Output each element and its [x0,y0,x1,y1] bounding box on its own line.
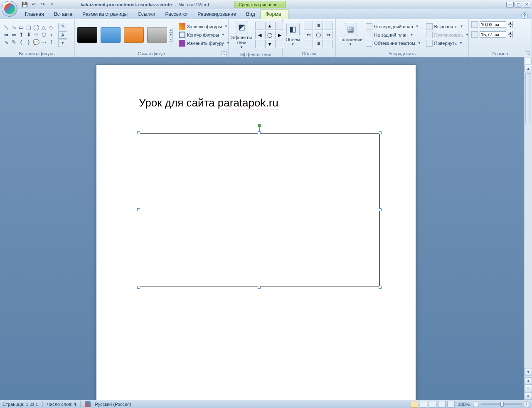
qat-dropdown-icon[interactable]: ▼ [48,1,56,8]
vertical-scrollbar[interactable]: ▲ ▼ ● ≡ ≡ [524,57,532,400]
zoom-in-icon[interactable]: + [524,401,530,407]
close-button[interactable]: ✕ [523,2,530,7]
shape-larrow-icon[interactable]: ⬅ [10,31,17,39]
shape-outline-button[interactable]: Контур фигуры▼ [177,31,232,39]
shape-brace-icon[interactable]: { [17,39,25,46]
document-area[interactable]: Урок для сайта paratapok.ru [0,57,524,400]
3d-effects-button[interactable]: ◧ Объем ▼ [285,23,300,47]
web-layout-view-icon[interactable] [429,401,436,408]
shape-height-input[interactable] [480,21,506,28]
scroll-down-icon[interactable]: ▼ [525,368,532,376]
zoom-thumb[interactable] [500,402,504,407]
style-swatch-black[interactable] [77,27,97,43]
document-text[interactable]: Урок для сайта paratapok.ru [139,96,278,109]
tab-review[interactable]: Рецензирование [192,10,241,19]
rectangle-shape[interactable] [139,133,380,287]
send-to-back-button[interactable]: На задний план▼ [364,31,422,39]
rotate-button[interactable]: Повернуть▼ [424,40,470,47]
shape-styles-launcher-icon[interactable]: ↘ [222,51,227,56]
word-count[interactable]: Число слов: 4 [47,402,76,407]
resize-handle-tl[interactable] [137,131,140,134]
outline-view-icon[interactable] [438,401,446,408]
style-swatch-orange[interactable] [124,27,144,43]
shape-arrow-icon[interactable]: ↘ [10,24,17,31]
tilt-center-icon[interactable]: ◯ [314,31,323,39]
change-shape-button[interactable]: Изменить фигуру▼ [177,40,232,47]
proofing-icon[interactable] [85,401,91,407]
style-swatch-gray[interactable] [147,27,167,43]
selected-shape[interactable] [139,133,380,287]
tab-home[interactable]: Главная [20,10,49,19]
zoom-slider[interactable] [480,403,522,405]
resize-handle-l[interactable] [137,208,140,211]
shape-uarrow-icon[interactable]: ⬆ [17,31,25,39]
group-button[interactable]: Группировать▼ [424,31,470,39]
edit-shape-icon[interactable]: ✎ [58,23,67,30]
ruler-toggle-icon[interactable] [525,58,532,64]
browse-object-icon[interactable]: ● [525,377,532,385]
tilt-down-icon[interactable]: ⤋ [314,40,323,48]
position-button[interactable]: ▦ Положение ▼ [338,23,362,47]
gallery-more-icon[interactable]: ▾ [169,37,173,42]
size-launcher-icon[interactable]: ↘ [525,51,530,56]
maximize-button[interactable]: ▢ [515,2,522,7]
page[interactable]: Урок для сайта paratapok.ru [96,65,416,400]
full-screen-view-icon[interactable] [420,401,427,408]
shape-freeform-icon[interactable]: ✎ [10,39,17,46]
style-gallery[interactable] [77,27,167,43]
shadow-down-icon[interactable]: ▼ [265,40,274,48]
width-up-icon[interactable]: ▲ [508,31,513,35]
shape-rect-icon[interactable]: ▭ [17,24,25,31]
tab-references[interactable]: Ссылки [133,10,160,19]
bring-to-front-button[interactable]: На передний план▼ [364,23,422,30]
office-button[interactable] [2,1,17,17]
shape-roundrect-icon[interactable]: ▢ [25,24,32,31]
height-down-icon[interactable]: ▼ [508,25,513,28]
shape-oval-icon[interactable]: ◯ [32,24,40,31]
shape-triangle-icon[interactable]: △ [40,24,47,31]
gallery-down-icon[interactable]: ▼ [169,32,173,37]
tab-format[interactable]: Формат [260,9,289,19]
undo-icon[interactable]: ↶ [30,1,37,8]
height-up-icon[interactable]: ▲ [508,21,513,25]
shape-star-icon[interactable]: ☆ [32,31,40,39]
gallery-up-icon[interactable]: ▲ [169,28,173,32]
resize-handle-tr[interactable] [379,131,382,134]
text-wrap-button[interactable]: Обтекание текстом▼ [364,40,422,47]
shape-more-icon[interactable]: ⋯ [40,39,47,46]
minimize-button[interactable]: — [506,2,514,7]
next-page-icon[interactable]: ≡ [525,392,532,400]
zoom-out-icon[interactable]: − [473,401,479,407]
shadow-effects-button[interactable]: ◩ Эффекты тени ▼ [231,21,252,49]
resize-handle-br[interactable] [379,286,382,289]
shape-curve-icon[interactable]: ∿ [2,39,10,46]
resize-handle-bl[interactable] [137,286,140,289]
tab-insert[interactable]: Вставка [49,10,78,19]
shadow-up-icon[interactable]: ▲ [265,22,274,30]
tilt-left-icon[interactable]: ⤆ [304,31,313,39]
resize-handle-t[interactable] [258,131,261,134]
shape-connector-icon[interactable]: ⤴ [47,39,55,46]
shapes-more-icon[interactable]: ▾ [58,40,67,47]
shape-plus-icon[interactable]: ＋ [47,31,55,39]
resize-handle-r[interactable] [379,208,382,211]
page-status[interactable]: Страница: 1 из 1 [2,402,38,407]
shape-fill-button[interactable]: Заливка фигуры▼ [177,23,232,30]
tab-page-layout[interactable]: Разметка страницы [77,10,133,19]
shape-rarrow-icon[interactable]: ➡ [2,31,10,39]
shape-hex-icon[interactable]: ⬡ [40,31,47,39]
shadow-center-icon[interactable]: ◯ [265,31,274,39]
scroll-thumb[interactable] [525,73,531,123]
redo-icon[interactable]: ↷ [39,1,47,8]
shape-callout-icon[interactable]: 💬 [32,39,40,46]
shape-line-icon[interactable]: ＼ [2,24,10,31]
help-icon[interactable]: ? [521,12,528,19]
shape-darrow-icon[interactable]: ⬇ [25,31,32,39]
align-button[interactable]: Выровнять▼ [424,23,470,30]
save-icon[interactable]: 💾 [21,1,28,8]
zoom-level[interactable]: 100% [458,402,470,407]
rotate-handle[interactable] [258,124,261,127]
tab-view[interactable]: Вид [241,10,260,19]
tilt-right-icon[interactable]: ⤇ [324,31,333,39]
resize-handle-b[interactable] [258,286,261,289]
